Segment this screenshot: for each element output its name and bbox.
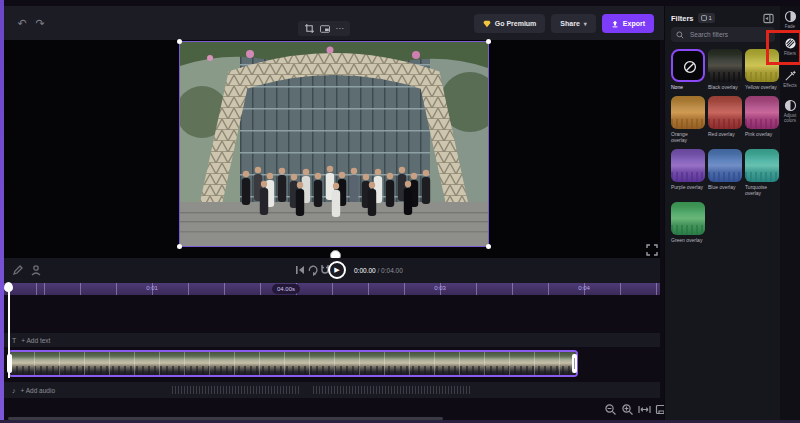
tool-adjust-colors[interactable]: Adjust colors xyxy=(780,99,800,123)
filter-tint xyxy=(671,202,705,235)
filter-label: Purple overlay xyxy=(671,184,705,190)
filter-tile[interactable]: Black overlay xyxy=(708,49,742,90)
resize-handle-top-left[interactable] xyxy=(177,39,182,44)
filter-tile[interactable]: Purple overlay xyxy=(671,149,705,196)
filter-label: Black overlay xyxy=(708,84,742,90)
crop-icon[interactable] xyxy=(305,24,314,33)
playhead-line xyxy=(8,290,10,378)
zoom-in-icon[interactable] xyxy=(621,403,634,416)
filter-tile[interactable]: Blue overlay xyxy=(708,149,742,196)
annotation-highlight-box xyxy=(766,30,800,65)
pencil-icon[interactable] xyxy=(12,264,24,276)
zoom-out-icon[interactable] xyxy=(604,403,617,416)
trim-handle-right[interactable] xyxy=(572,354,577,373)
search-input[interactable] xyxy=(688,30,770,39)
filter-label: Yellow overlay xyxy=(745,84,779,90)
filter-thumbnail xyxy=(671,202,705,235)
timeline-toolbar: ▶ 0:00.00 / 0:04.00 xyxy=(4,258,660,283)
search-box[interactable] xyxy=(671,27,775,42)
selected-video-frame[interactable] xyxy=(180,42,488,246)
filter-label: Red overlay xyxy=(708,131,742,137)
filter-tint xyxy=(671,96,705,129)
filter-tile[interactable]: Red overlay xyxy=(708,96,742,143)
badge-count: 1 xyxy=(709,15,712,21)
add-audio-label: + Add audio xyxy=(21,387,56,394)
preview-canvas xyxy=(4,40,660,258)
filter-tile[interactable]: Green overlay xyxy=(671,202,705,243)
add-text-track[interactable]: T + Add text xyxy=(4,333,660,347)
tool-fade[interactable]: Fade xyxy=(780,10,800,29)
export-icon xyxy=(611,20,619,28)
adjust-colors-label: Adjust colors xyxy=(780,113,800,123)
export-button[interactable]: Export xyxy=(602,14,654,33)
filter-tile[interactable]: Orange overlay xyxy=(671,96,705,143)
collapse-panel-icon[interactable] xyxy=(763,13,774,24)
timeline-ruler[interactable]: 0:010:030:04 04.00s xyxy=(4,283,660,295)
panel-title: Filters xyxy=(671,14,694,23)
filter-tint xyxy=(708,96,742,129)
applied-filters-badge: 1 xyxy=(698,13,715,23)
undo-icon[interactable]: ↶ xyxy=(14,15,30,31)
add-text-label: + Add text xyxy=(21,337,50,344)
filter-tile[interactable]: None xyxy=(671,49,705,90)
fullscreen-icon[interactable] xyxy=(646,244,658,256)
filter-label: Pink overlay xyxy=(745,131,779,137)
tool-effects[interactable]: Effects xyxy=(780,69,800,88)
preview-toolbar: ⋯ xyxy=(298,21,350,36)
ruler-ticks xyxy=(4,283,660,295)
current-time: 0:00.00 xyxy=(354,267,376,274)
music-note-icon: ♪ xyxy=(12,387,16,394)
resize-handle-top-right[interactable] xyxy=(486,39,491,44)
ruler-label: 0:01 xyxy=(146,285,158,291)
share-button[interactable]: Share ▾ xyxy=(551,14,595,33)
audio-waveform xyxy=(172,386,472,394)
chevron-down-icon: ▾ xyxy=(584,20,587,27)
go-premium-button[interactable]: Go Premium xyxy=(474,14,546,33)
clip-thumbnails xyxy=(10,352,576,375)
ruler-label: 0:03 xyxy=(434,285,446,291)
go-premium-label: Go Premium xyxy=(495,20,537,27)
resize-handle-bottom-left[interactable] xyxy=(177,244,182,249)
none-icon xyxy=(683,60,697,74)
ruler-label: 0:04 xyxy=(578,285,590,291)
share-label: Share xyxy=(560,20,579,27)
clipchamp-editor-window: ↶ ↷ Go Premium Share ▾ Export xyxy=(0,0,800,423)
filter-label: Green overlay xyxy=(671,237,705,243)
time-display: 0:00.00 / 0:04.00 xyxy=(354,267,403,274)
more-options-icon[interactable]: ⋯ xyxy=(336,24,344,34)
text-track-icon: T xyxy=(12,337,16,344)
filters-panel: Filters 1 None xyxy=(664,6,780,423)
video-clip[interactable] xyxy=(8,350,578,377)
skip-to-start-icon[interactable] xyxy=(294,264,306,276)
filter-label: Turquoise overlay xyxy=(745,184,779,196)
add-audio-track[interactable]: ♪ + Add audio xyxy=(4,382,660,398)
filter-tile[interactable]: Turquoise overlay xyxy=(745,149,779,196)
filter-tile[interactable]: Pink overlay xyxy=(745,96,779,143)
adjust-colors-icon xyxy=(784,99,797,112)
effects-icon xyxy=(784,69,797,82)
clip-duration-badge: 04.00s xyxy=(272,284,300,294)
group-photo xyxy=(180,42,488,246)
person-icon[interactable] xyxy=(30,264,42,276)
filter-label: Orange overlay xyxy=(671,131,705,143)
redo-icon[interactable]: ↷ xyxy=(32,15,48,31)
total-duration: 0:04.00 xyxy=(381,267,403,274)
filter-tint xyxy=(745,96,779,129)
filters-panel-header: Filters 1 xyxy=(671,11,774,25)
picture-in-picture-icon[interactable] xyxy=(320,25,330,33)
resize-handle-bottom-right[interactable] xyxy=(486,244,491,249)
zoom-to-fit-icon[interactable] xyxy=(638,403,651,416)
filter-thumbnail xyxy=(708,96,742,129)
filter-tint xyxy=(708,49,742,82)
gem-icon xyxy=(483,20,491,28)
fade-icon xyxy=(784,10,797,23)
right-tool-rail: Fade Filters Effects Adjust colors xyxy=(780,6,800,423)
search-icon xyxy=(676,31,684,39)
filter-thumbnail xyxy=(708,49,742,82)
play-button[interactable]: ▶ xyxy=(328,261,346,279)
filter-label: None xyxy=(671,84,705,90)
filter-thumbnail xyxy=(708,149,742,182)
export-label: Export xyxy=(623,20,645,27)
topbar-actions: Go Premium Share ▾ Export xyxy=(474,14,654,33)
loop-icon[interactable] xyxy=(307,264,319,276)
